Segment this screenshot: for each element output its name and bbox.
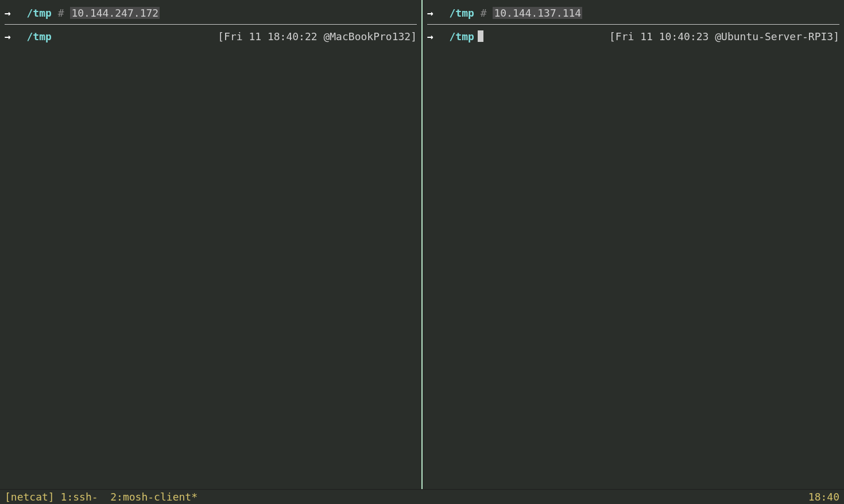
cwd-label: /tmp [27, 7, 52, 19]
cwd-label: /tmp [450, 30, 474, 42]
window-tab-2[interactable]: 2:mosh-client* [110, 491, 198, 503]
pane-right[interactable]: → /tmp # 10.144.137.114 → /tmp [Fri 11 1… [423, 0, 844, 489]
cursor-icon [478, 30, 483, 42]
prompt-arrow-icon: → [5, 7, 11, 19]
cwd-label: /tmp [27, 30, 52, 42]
window-tab-1[interactable]: 1:ssh- [61, 491, 98, 503]
prompt-line-bottom-right[interactable]: → /tmp [Fri 11 10:40:23 @Ubuntu-Server-R… [427, 28, 839, 44]
prompt-line-top-right[interactable]: → /tmp # 10.144.137.114 [427, 5, 839, 21]
pane-divider-horizontal [5, 24, 417, 25]
tmux-statusbar: [netcat] 1:ssh- 2:mosh-client* 18:40 [0, 489, 844, 504]
prompt-hash: # [58, 7, 64, 19]
prompt-line-bottom-left[interactable]: → /tmp [Fri 11 18:40:22 @MacBookPro132] [5, 28, 417, 44]
statusbar-left: [netcat] 1:ssh- 2:mosh-client* [5, 491, 198, 503]
prompt-line-top-left[interactable]: → /tmp # 10.144.247.172 [5, 5, 417, 21]
prompt-arrow-icon: → [427, 30, 433, 42]
ip-address-selected[interactable]: 10.144.247.172 [70, 7, 160, 19]
pane-left[interactable]: → /tmp # 10.144.247.172 → /tmp [Fri 11 1… [0, 0, 423, 489]
clock-label: 18:40 [808, 491, 839, 503]
timestamp-host-label: [Fri 11 10:40:23 @Ubuntu-Server-RPI3] [609, 30, 839, 42]
prompt-arrow-icon: → [5, 30, 11, 42]
session-name[interactable]: [netcat] [5, 491, 55, 503]
timestamp-host-label: [Fri 11 18:40:22 @MacBookPro132] [218, 30, 417, 42]
pane-divider-horizontal [427, 24, 839, 25]
cwd-label: /tmp [450, 7, 474, 19]
ip-address-selected[interactable]: 10.144.137.114 [493, 7, 582, 19]
prompt-arrow-icon: → [427, 7, 433, 19]
prompt-hash: # [481, 7, 487, 19]
tmux-workspace: → /tmp # 10.144.247.172 → /tmp [Fri 11 1… [0, 0, 844, 489]
